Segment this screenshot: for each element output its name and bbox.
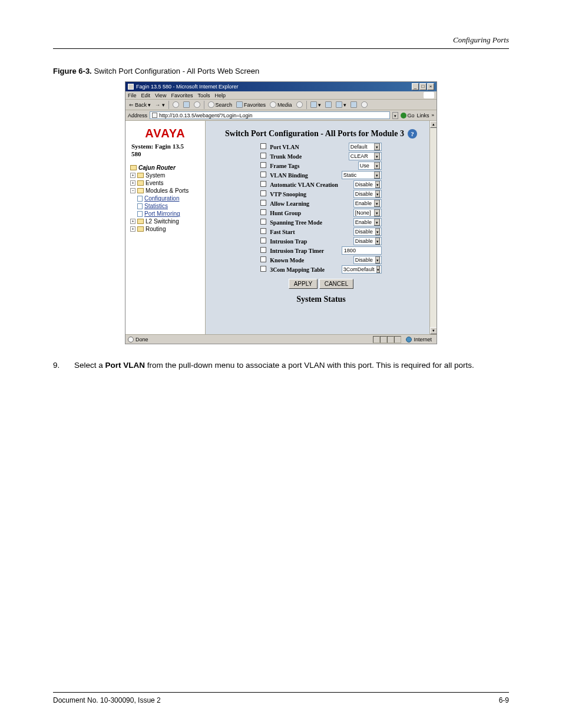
row-fast-start: Fast Start Disable▾ (259, 227, 384, 236)
links-label[interactable]: Links (417, 113, 429, 118)
discuss-button[interactable] (349, 101, 358, 109)
nav-tree: Cajun Router + System + Events − (128, 163, 203, 233)
select-vtp-snooping[interactable]: Disable▾ (353, 190, 382, 198)
favorites-button[interactable]: Favorites (235, 101, 267, 109)
apply-button[interactable]: APPLY (289, 279, 318, 289)
node-port-mirroring[interactable]: Port Mirroring (130, 210, 203, 218)
checkbox-stp-mode[interactable] (260, 219, 266, 225)
back-button[interactable]: ⇐ Back ▾ (128, 101, 152, 109)
mail-button[interactable]: ▾ (309, 101, 322, 109)
checkbox-frame-tags[interactable] (260, 162, 266, 168)
select-hunt-group[interactable]: [None]▾ (353, 209, 382, 217)
checkbox-auto-vlan[interactable] (260, 181, 266, 187)
checkbox-known-mode[interactable] (260, 256, 266, 262)
node-statistics[interactable]: Statistics (130, 202, 203, 210)
print-button[interactable] (324, 101, 333, 109)
home-button[interactable] (193, 101, 201, 109)
node-cajun-router[interactable]: Cajun Router (130, 164, 203, 172)
checkbox-port-vlan[interactable] (260, 143, 266, 149)
checkbox-hunt-group[interactable] (260, 209, 266, 215)
vertical-scrollbar[interactable]: ▴ ▾ (429, 121, 437, 334)
media-button[interactable]: Media (269, 101, 293, 109)
scroll-up-button[interactable]: ▴ (430, 121, 437, 128)
menu-tools[interactable]: Tools (197, 93, 210, 98)
select-intrusion-trap[interactable]: Disable▾ (353, 237, 382, 245)
instruction-step: 9. Select a Port VLAN from the pull-down… (53, 360, 509, 371)
history-button[interactable] (295, 101, 304, 109)
avaya-logo: AVAYA (128, 123, 203, 141)
collapse-icon[interactable]: − (130, 188, 135, 193)
done-icon (128, 337, 134, 342)
select-known-mode[interactable]: Disable▾ (353, 256, 382, 264)
menu-favorites[interactable]: Favorites (171, 93, 193, 98)
select-auto-vlan[interactable]: Disable▾ (353, 180, 382, 189)
maximize-button[interactable]: □ (419, 83, 427, 90)
messenger-button[interactable] (360, 101, 369, 109)
menu-bar[interactable]: File Edit View Favorites Tools Help (125, 91, 437, 100)
search-button[interactable]: Search (207, 101, 234, 109)
page-footer: Document No. 10-300090, Issue 2 6-9 (53, 692, 509, 704)
row-hunt-group: Hunt Group [None]▾ (259, 208, 384, 218)
label-intrusion-trap: Intrusion Trap (268, 236, 340, 246)
close-button[interactable]: × (427, 83, 434, 90)
config-form: Port VLAN Default▾ Trunk Mode CLEAR▾ Fra… (259, 142, 384, 274)
checkbox-trunk-mode[interactable] (260, 153, 266, 159)
select-vlan-binding[interactable]: Static▾ (342, 171, 382, 179)
url-input[interactable]: http://10.0.13.5/webagent/?Login=Login (150, 111, 389, 119)
expand-icon[interactable]: + (130, 219, 135, 224)
node-routing[interactable]: + Routing (130, 225, 203, 233)
label-stp-mode: Spanning Tree Mode (268, 218, 340, 227)
menu-edit[interactable]: Edit (141, 93, 151, 98)
expand-icon[interactable]: + (130, 173, 135, 178)
url-dropdown-button[interactable]: ▾ (392, 112, 398, 119)
menu-view[interactable]: View (155, 93, 166, 98)
checkbox-fast-start[interactable] (260, 228, 266, 234)
embedded-screenshot: Fagin 13.5 580 - Microsoft Internet Expl… (125, 81, 437, 344)
select-port-vlan[interactable]: Default▾ (349, 143, 382, 151)
menu-help[interactable]: Help (214, 93, 226, 98)
select-trunk-mode[interactable]: CLEAR▾ (349, 152, 382, 160)
select-stp-mode[interactable]: Enable▾ (353, 218, 382, 226)
select-allow-learning[interactable]: Enable▾ (353, 199, 382, 207)
node-l2-switching[interactable]: + L2 Switching (130, 218, 203, 225)
select-fast-start[interactable]: Disable▾ (353, 228, 382, 236)
edit-button[interactable]: ▾ (335, 101, 348, 109)
footer-left: Document No. 10-300090, Issue 2 (53, 696, 161, 704)
row-frame-tags: Frame Tags Use▾ (259, 161, 384, 170)
window-titlebar: Fagin 13.5 580 - Microsoft Internet Expl… (125, 82, 437, 91)
select-mapping-table[interactable]: 3ComDefault▾ (342, 265, 382, 274)
menu-file[interactable]: File (128, 93, 137, 98)
forward-button[interactable]: → ▾ (154, 101, 166, 109)
folder-icon (137, 173, 144, 178)
checkbox-vtp-snooping[interactable] (260, 190, 266, 196)
node-events[interactable]: + Events (130, 179, 203, 187)
checkbox-allow-learning[interactable] (260, 200, 266, 206)
go-icon (401, 113, 406, 118)
expand-icon[interactable]: + (130, 180, 135, 186)
refresh-button[interactable] (182, 101, 191, 109)
footer-right: 6-9 (499, 696, 509, 704)
minimize-button[interactable]: _ (412, 83, 419, 90)
node-modules-ports[interactable]: − Modules & Ports (130, 187, 203, 195)
node-configuration[interactable]: Configuration (130, 195, 203, 202)
checkbox-intrusion-timer[interactable] (260, 247, 266, 253)
checkbox-vlan-binding[interactable] (260, 172, 266, 177)
help-icon[interactable]: ? (408, 129, 417, 139)
checkbox-mapping-table[interactable] (260, 266, 266, 272)
section-header: Configuring Ports (53, 35, 509, 49)
go-button[interactable]: Go (401, 113, 415, 118)
node-system[interactable]: + System (130, 172, 203, 179)
row-trunk-mode: Trunk Mode CLEAR▾ (259, 151, 384, 161)
checkbox-intrusion-trap[interactable] (260, 238, 266, 243)
scroll-track[interactable] (430, 128, 437, 327)
select-frame-tags[interactable]: Use▾ (358, 162, 382, 170)
label-intrusion-timer: Intrusion Trap Timer (268, 246, 340, 255)
stop-button[interactable] (171, 101, 180, 109)
doc-icon (137, 203, 143, 209)
expand-icon[interactable]: + (130, 226, 135, 232)
input-intrusion-timer[interactable]: 1800 (342, 246, 382, 255)
toolbar: ⇐ Back ▾ → ▾ Search Favorites Media ▾ ▾ (125, 100, 437, 110)
status-box (394, 336, 401, 343)
scroll-down-button[interactable]: ▾ (430, 327, 437, 334)
cancel-button[interactable]: CANCEL (319, 279, 354, 289)
